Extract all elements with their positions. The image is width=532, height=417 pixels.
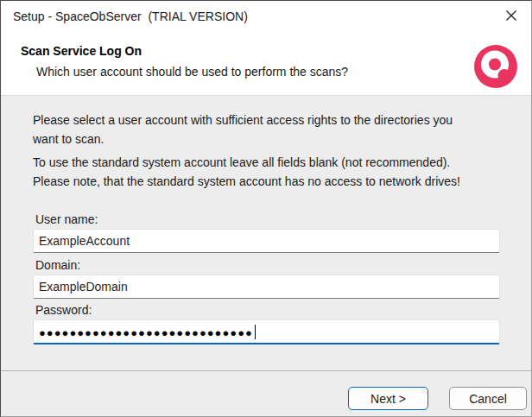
password-label: Password: <box>35 303 92 317</box>
password-input[interactable]: ●●●●●●●●●●●●●●●●●●●●●●●●●●●● <box>33 319 500 344</box>
username-input[interactable] <box>33 229 500 253</box>
cancel-button[interactable]: Cancel <box>449 387 527 410</box>
text-caret <box>255 325 256 339</box>
spaceobserver-logo-icon <box>474 45 517 88</box>
domain-input[interactable] <box>33 275 500 299</box>
window-title: Setup - SpaceObServer (TRIAL VERSION) <box>13 9 248 23</box>
domain-label: Domain: <box>35 258 80 272</box>
close-icon <box>505 9 517 24</box>
setup-wizard-window: Setup - SpaceObServer (TRIAL VERSION) Sc… <box>0 0 532 417</box>
instruction-paragraph-2: To use the standard system account leave… <box>33 153 506 191</box>
instruction-paragraph-1: Please select a user account with suffic… <box>33 111 506 148</box>
page-subtitle: Which user account should be used to per… <box>36 65 348 79</box>
password-masked-value: ●●●●●●●●●●●●●●●●●●●●●●●●●●●● <box>39 325 253 338</box>
page-title: Scan Service Log On <box>21 44 142 58</box>
wizard-header: Scan Service Log On Which user account s… <box>1 34 531 96</box>
wizard-content: Please select a user account with suffic… <box>1 96 531 416</box>
username-label: User name: <box>35 212 98 226</box>
close-button[interactable] <box>491 1 531 33</box>
title-bar: Setup - SpaceObServer (TRIAL VERSION) <box>1 1 531 34</box>
next-button[interactable]: Next > <box>348 387 428 410</box>
footer-divider <box>1 370 531 371</box>
